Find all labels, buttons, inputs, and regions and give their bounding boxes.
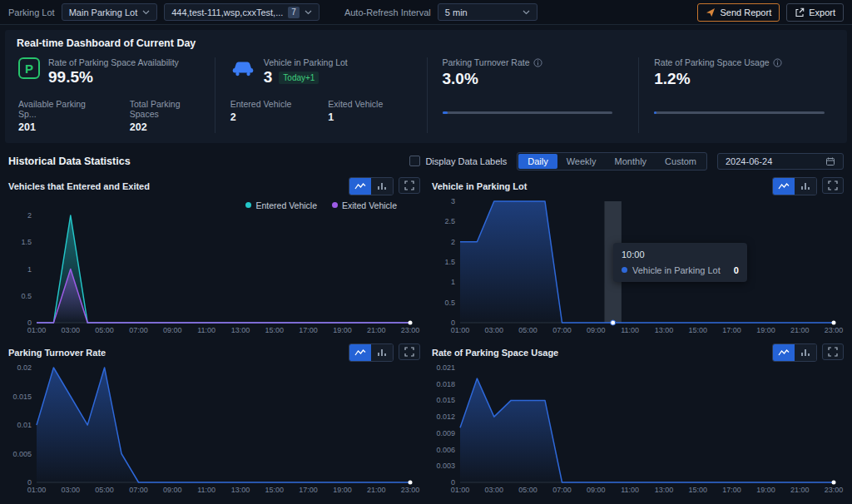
tooltip-series-label: Vehicle in Parking Lot bbox=[632, 265, 721, 275]
vehicle-in-lot-chart-card: Vehicle in Parking Lot 00.511.522.5301:0… bbox=[432, 176, 844, 336]
tab-custom[interactable]: Custom bbox=[656, 154, 706, 169]
chevron-down-icon bbox=[305, 10, 312, 15]
fullscreen-button[interactable] bbox=[822, 343, 844, 360]
svg-text:2: 2 bbox=[27, 211, 32, 220]
chart-svg: 00.0030.0060.0090.0120.0150.0180.02101:0… bbox=[432, 363, 844, 496]
parking-lot-select[interactable]: Main Parking Lot bbox=[62, 3, 158, 21]
fullscreen-button[interactable] bbox=[822, 177, 844, 194]
chart-svg: 00.0050.010.0150.0201:0003:0005:0007:000… bbox=[8, 363, 420, 496]
svg-text:23:00: 23:00 bbox=[401, 486, 420, 494]
svg-text:0.5: 0.5 bbox=[444, 299, 455, 307]
send-report-button[interactable]: Send Report bbox=[697, 3, 780, 22]
legend-dot bbox=[332, 202, 338, 208]
svg-text:13:00: 13:00 bbox=[655, 326, 674, 334]
checkbox-box[interactable] bbox=[409, 156, 420, 166]
entered-vehicle-label: Entered Vehicle bbox=[230, 99, 292, 109]
fullscreen-icon bbox=[404, 180, 414, 190]
svg-text:17:00: 17:00 bbox=[299, 326, 318, 334]
svg-text:17:00: 17:00 bbox=[722, 326, 741, 334]
display-data-labels-checkbox[interactable]: Display Data Labels bbox=[409, 156, 507, 166]
svg-text:15:00: 15:00 bbox=[688, 486, 707, 494]
entered-exited-chart[interactable]: 00.511.5201:0003:0005:0007:0009:0011:001… bbox=[8, 210, 420, 336]
turnover-stat: Parking Turnover Rate 3.0% bbox=[428, 57, 640, 133]
svg-text:3: 3 bbox=[451, 197, 455, 205]
svg-text:09:00: 09:00 bbox=[163, 486, 182, 494]
tab-weekly[interactable]: Weekly bbox=[557, 154, 606, 169]
fullscreen-button[interactable] bbox=[399, 177, 420, 194]
bar-chart-toggle[interactable] bbox=[371, 178, 393, 195]
svg-text:11:00: 11:00 bbox=[621, 326, 639, 334]
svg-text:19:00: 19:00 bbox=[756, 486, 775, 494]
turnover-label: Parking Turnover Rate bbox=[443, 57, 530, 67]
export-icon bbox=[795, 7, 805, 17]
in-lot-value: 3 bbox=[264, 69, 273, 86]
chart-title: Vehicle in Parking Lot bbox=[432, 181, 527, 191]
availability-label: Rate of Parking Space Availability bbox=[48, 57, 179, 67]
fullscreen-icon bbox=[828, 347, 838, 357]
tooltip-series-value: 0 bbox=[721, 265, 739, 275]
svg-text:03:00: 03:00 bbox=[485, 486, 504, 494]
line-chart-icon bbox=[778, 182, 790, 190]
svg-text:0.5: 0.5 bbox=[21, 292, 32, 300]
svg-text:01:00: 01:00 bbox=[27, 486, 47, 494]
svg-text:05:00: 05:00 bbox=[95, 326, 114, 334]
svg-text:0.012: 0.012 bbox=[436, 413, 455, 421]
svg-text:0.005: 0.005 bbox=[12, 449, 32, 457]
car-icon bbox=[230, 57, 255, 77]
svg-text:07:00: 07:00 bbox=[552, 326, 572, 334]
svg-text:01:00: 01:00 bbox=[27, 326, 47, 334]
legend-entered-vehicle[interactable]: Entered Vehicle bbox=[245, 200, 317, 210]
topbar: Parking Lot Main Parking Lot 444,test-11… bbox=[0, 0, 852, 25]
bar-chart-toggle[interactable] bbox=[795, 344, 816, 361]
svg-text:09:00: 09:00 bbox=[587, 326, 606, 334]
svg-text:23:00: 23:00 bbox=[825, 486, 844, 494]
svg-text:0.021: 0.021 bbox=[436, 363, 455, 372]
line-chart-icon bbox=[354, 348, 366, 357]
svg-text:15:00: 15:00 bbox=[265, 326, 284, 334]
turnover-chart-card: Parking Turnover Rate 00.0050.010.0150.0… bbox=[8, 343, 420, 496]
lots-multiselect[interactable]: 444,test-111,wsp,cxxTest,... 7 bbox=[164, 3, 320, 21]
bar-chart-toggle[interactable] bbox=[371, 344, 393, 361]
bar-chart-toggle[interactable] bbox=[795, 178, 816, 195]
fullscreen-button[interactable] bbox=[399, 343, 420, 360]
svg-text:23:00: 23:00 bbox=[401, 326, 420, 334]
svg-text:01:00: 01:00 bbox=[451, 486, 470, 494]
tab-monthly[interactable]: Monthly bbox=[606, 154, 656, 169]
svg-text:0.02: 0.02 bbox=[17, 363, 32, 372]
legend-exited-vehicle[interactable]: Exited Vehicle bbox=[332, 200, 397, 210]
svg-text:05:00: 05:00 bbox=[518, 486, 537, 494]
turnover-chart[interactable]: 00.0050.010.0150.0201:0003:0005:0007:000… bbox=[8, 363, 420, 496]
line-chart-toggle[interactable] bbox=[349, 344, 371, 361]
svg-text:19:00: 19:00 bbox=[756, 326, 775, 334]
refresh-interval-label: Auto-Refresh Interval bbox=[344, 7, 431, 17]
in-lot-label: Vehicle in Parking Lot bbox=[264, 57, 348, 67]
svg-text:1.5: 1.5 bbox=[21, 238, 32, 246]
refresh-interval-select[interactable]: 5 min bbox=[438, 3, 537, 21]
line-chart-toggle[interactable] bbox=[773, 344, 795, 361]
svg-text:13:00: 13:00 bbox=[231, 326, 250, 334]
svg-text:21:00: 21:00 bbox=[790, 326, 810, 334]
svg-text:0.003: 0.003 bbox=[436, 462, 455, 470]
date-picker[interactable]: 2024-06-24 bbox=[717, 153, 844, 170]
svg-text:03:00: 03:00 bbox=[62, 486, 81, 494]
parking-lot-label: Parking Lot bbox=[8, 7, 55, 17]
svg-text:07:00: 07:00 bbox=[552, 486, 572, 494]
info-icon[interactable] bbox=[533, 58, 542, 67]
svg-text:17:00: 17:00 bbox=[299, 486, 318, 494]
usage-chart-card: Rate of Parking Space Usage 00.0030.0060… bbox=[432, 343, 844, 496]
svg-text:0.018: 0.018 bbox=[436, 380, 455, 388]
info-icon[interactable] bbox=[773, 58, 782, 67]
svg-text:0.009: 0.009 bbox=[436, 429, 455, 437]
line-chart-toggle[interactable] bbox=[773, 178, 795, 195]
svg-text:0.015: 0.015 bbox=[436, 396, 455, 404]
svg-text:21:00: 21:00 bbox=[367, 486, 386, 494]
tab-daily[interactable]: Daily bbox=[518, 154, 557, 169]
line-chart-toggle[interactable] bbox=[349, 178, 371, 195]
line-chart-icon bbox=[354, 182, 366, 190]
svg-text:15:00: 15:00 bbox=[688, 326, 707, 334]
turnover-progress-fill bbox=[443, 111, 448, 114]
date-value: 2024-06-24 bbox=[726, 156, 772, 166]
exited-vehicle-value: 1 bbox=[328, 111, 383, 123]
export-button[interactable]: Export bbox=[786, 3, 844, 22]
usage-chart[interactable]: 00.0030.0060.0090.0120.0150.0180.02101:0… bbox=[432, 363, 844, 496]
